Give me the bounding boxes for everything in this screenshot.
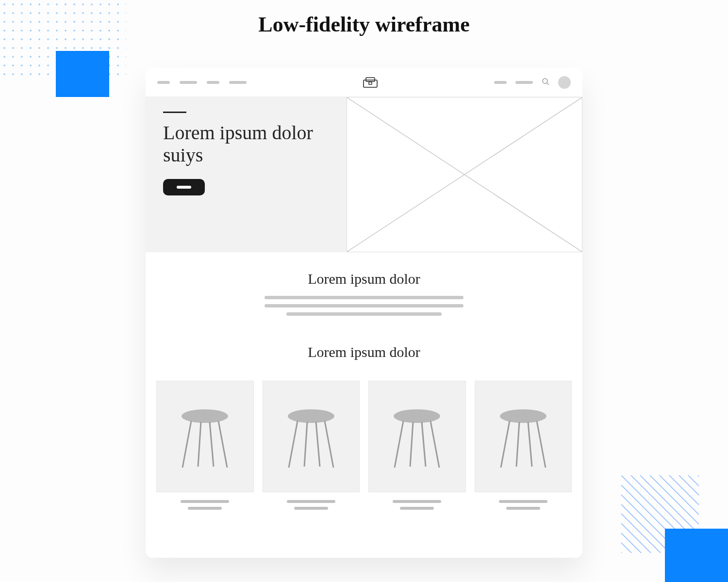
nav-right: [494, 76, 571, 89]
stool-icon: [388, 403, 446, 470]
product-image-placeholder: [263, 381, 360, 492]
hero-title: Lorem ipsum dolor suiys: [163, 122, 329, 166]
product-price-placeholder: [188, 507, 222, 510]
product-image-placeholder: [475, 381, 572, 492]
intro-section: Lorem ipsum dolor: [146, 252, 582, 316]
product-image-placeholder: [368, 381, 466, 492]
hero-cta-button[interactable]: [163, 179, 205, 195]
product-price-placeholder: [506, 507, 540, 510]
text-line-placeholder: [265, 296, 463, 299]
svg-line-10: [210, 422, 214, 467]
avatar[interactable]: [558, 76, 571, 89]
svg-line-4: [547, 83, 549, 85]
nav-link-placeholder[interactable]: [207, 81, 219, 84]
nav-link-placeholder[interactable]: [494, 81, 507, 84]
cta-label-placeholder: [177, 186, 191, 189]
svg-line-23: [501, 421, 510, 468]
svg-point-7: [182, 409, 228, 423]
product-image-placeholder: [156, 381, 254, 492]
svg-line-11: [218, 421, 227, 468]
svg-line-18: [395, 421, 403, 468]
svg-rect-1: [366, 78, 375, 81]
logo-icon[interactable]: [363, 77, 378, 88]
svg-line-24: [516, 422, 519, 467]
decorative-square-top: [56, 51, 109, 97]
navbar: [146, 68, 582, 97]
hero: Lorem ipsum dolor suiys: [146, 97, 582, 252]
nav-link-placeholder[interactable]: [157, 81, 170, 84]
page-title: Low-fidelity wireframe: [0, 12, 728, 37]
products-section: Lorem ipsum dolor: [146, 321, 582, 360]
hero-accent-rule: [163, 112, 186, 113]
svg-rect-2: [369, 82, 372, 84]
section-title: Lorem ipsum dolor: [165, 344, 563, 360]
nav-link-placeholder[interactable]: [515, 81, 533, 84]
svg-line-15: [316, 422, 320, 467]
product-card[interactable]: [368, 381, 466, 510]
product-price-placeholder: [400, 507, 434, 510]
product-meta: [475, 492, 572, 510]
product-title-placeholder: [393, 500, 441, 503]
svg-line-25: [528, 422, 532, 467]
product-title-placeholder: [181, 500, 229, 503]
svg-line-26: [537, 421, 546, 468]
svg-line-19: [410, 422, 413, 467]
svg-line-14: [304, 422, 307, 467]
svg-line-20: [422, 422, 426, 467]
nav-link-placeholder[interactable]: [229, 81, 247, 84]
svg-line-13: [289, 421, 298, 468]
product-title-placeholder: [499, 500, 547, 503]
nav-link-placeholder[interactable]: [180, 81, 197, 84]
text-line-placeholder: [286, 312, 442, 316]
product-card[interactable]: [475, 381, 572, 510]
stool-icon: [282, 403, 340, 470]
svg-line-9: [198, 422, 201, 467]
product-meta: [368, 492, 466, 510]
search-icon[interactable]: [542, 78, 549, 87]
product-title-placeholder: [287, 500, 335, 503]
nav-left: [157, 81, 247, 84]
product-meta: [263, 492, 360, 510]
product-price-placeholder: [294, 507, 328, 510]
text-line-placeholder: [265, 304, 463, 307]
product-meta: [156, 492, 254, 510]
product-grid: [146, 369, 582, 510]
svg-line-16: [325, 421, 333, 468]
svg-point-22: [500, 409, 546, 423]
svg-point-17: [394, 409, 440, 423]
product-card[interactable]: [156, 381, 254, 510]
hero-image-placeholder: [347, 97, 582, 252]
svg-line-21: [430, 421, 439, 468]
hero-text-panel: Lorem ipsum dolor suiys: [146, 97, 347, 252]
decorative-square-bottom: [665, 529, 728, 582]
product-card[interactable]: [263, 381, 360, 510]
section-title: Lorem ipsum dolor: [165, 271, 563, 287]
wireframe-card: Lorem ipsum dolor suiys Lorem ipsum dolo…: [146, 68, 582, 558]
svg-line-8: [182, 421, 191, 468]
svg-point-3: [543, 79, 547, 83]
stool-icon: [176, 403, 234, 470]
svg-point-12: [288, 409, 334, 423]
stool-icon: [494, 403, 552, 470]
